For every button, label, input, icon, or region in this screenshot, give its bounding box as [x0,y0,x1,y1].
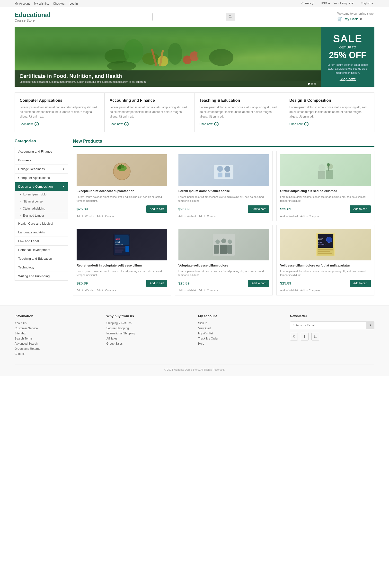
sidebar-menu: Accounting and Finance Business College … [15,147,68,281]
sidebar-item-design[interactable]: Design and Composition ▾ [15,182,68,191]
my-account-link[interactable]: My Account [15,2,30,5]
footer-my-wishlist-link[interactable]: My Wishlist [198,332,283,335]
sidebar-item-language[interactable]: Language and Arts [15,228,68,237]
footer-customer-service-link[interactable]: Customer Service [15,327,99,330]
cat-card-computer-link[interactable]: Shop now! › [20,122,99,126]
footer-orders-returns-link[interactable]: Orders and Returns [15,347,99,350]
footer: Information About Us Customer Service Si… [0,305,389,376]
language-select[interactable]: English [360,1,374,5]
chevron-down-icon-active: ▾ [63,185,65,188]
my-wishlist-link[interactable]: My Wishlist [34,2,49,5]
login-link[interactable]: Log In [69,2,78,5]
product-actions-2: Add to Wishlist Add to Compare [178,215,269,218]
footer-view-cart-link[interactable]: View Cart [198,327,283,330]
search-bar [152,13,235,21]
wishlist-link-5[interactable]: Add to Wishlist [178,289,196,292]
svg-point-13 [107,61,136,71]
checkout-link[interactable]: Checkout [53,2,65,5]
sidebar-item-computer[interactable]: Computer Applications [15,174,68,182]
sidebar-sub-item-1[interactable]: Lorem ipsum dolor [15,191,68,198]
sidebar-sub-item-2[interactable]: Sit amet conse [15,198,68,205]
footer-newsletter-title: Newsletter [290,314,375,318]
footer-contact-link[interactable]: Contact [15,352,99,356]
banner-dot-3[interactable] [314,83,316,85]
wishlist-link-3[interactable]: Add to Wishlist [280,215,298,218]
add-to-cart-button-2[interactable]: Add to cart [248,205,269,213]
compare-link-3[interactable]: Add to Compare [300,215,320,218]
cat-card-accounting-link[interactable]: Shop now! › [110,122,189,126]
category-cards: Computer Applications Lorem ipsum dolor … [15,92,374,132]
footer-advanced-search-link[interactable]: Advanced Search [15,342,99,345]
product-card-6: ESET SMART SECURITY Velit esse cillum do… [276,225,374,295]
search-input[interactable] [153,13,226,21]
svg-point-30 [327,163,330,167]
sidebar-sub-item-4[interactable]: Eiusmod tempor [15,212,68,219]
sidebar-item-health[interactable]: Health Care and Medical [15,219,68,228]
footer-group-sales-link[interactable]: Group Sales [106,342,191,345]
footer-secure-shopping-link[interactable]: Secure Shopping [106,327,191,330]
sidebar-item-technology[interactable]: Technology [15,263,68,272]
sidebar-item-business[interactable]: Business [15,156,68,165]
sidebar-item-law[interactable]: Law and Legal [15,237,68,246]
footer-my-account: My account Sign In View Cart My Wishlist… [198,314,283,357]
svg-rect-47 [227,245,232,254]
footer-bottom: © 2014 Magento Demo Store. All Rights Re… [15,365,374,371]
footer-help-link[interactable]: Help [198,342,283,345]
cat-card-teaching-link[interactable]: Shop now! › [200,122,279,126]
footer-signin-link[interactable]: Sign In [198,322,283,325]
currency-select[interactable]: USD [320,1,331,5]
logo[interactable]: Educational Course Store [15,11,50,22]
footer-shipping-link[interactable]: Shipping & Returns [106,322,191,325]
sidebar-item-teaching[interactable]: Teaching and Education [15,254,68,263]
sidebar-item-college[interactable]: College Readiness ▾ [15,165,68,174]
add-to-cart-button-5[interactable]: Add to cart [248,280,269,287]
facebook-icon[interactable]: f [301,333,309,340]
add-to-cart-button-4[interactable]: Add to cart [146,280,167,287]
banner-subtitle: Excepteur sint occaecat cupidatat non pr… [19,80,316,83]
cat-card-accounting-desc: Lorem ipsum dolor sit amet conse ctetur … [110,105,189,119]
newsletter-submit-button[interactable] [366,322,374,329]
arrow-circle-icon-4: › [304,122,309,126]
cart-info[interactable]: 🛒 My Cart: 0 [337,16,374,22]
svg-text:2014: 2014 [116,241,120,243]
wishlist-link-6[interactable]: Add to Wishlist [280,289,298,292]
footer-search-terms-link[interactable]: Search Terms [15,337,99,340]
wishlist-link-2[interactable]: Add to Wishlist [178,215,196,218]
sidebar-item-accounting[interactable]: Accounting and Finance [15,147,68,156]
compare-link-5[interactable]: Add to Compare [198,289,218,292]
newsletter-input-container [290,322,375,329]
sale-desc: Lorem ipsum dolor sit amet conse ctetur … [326,63,370,75]
wishlist-link-1[interactable]: Add to Wishlist [77,215,94,218]
product-title-2: Lorem ipsum dolor sit amet conse [178,189,269,193]
compare-link-1[interactable]: Add to Compare [97,215,116,218]
footer-about-link[interactable]: About Us [15,322,99,325]
footer-international-shipping-link[interactable]: International Shipping [106,332,191,335]
sidebar-item-personal[interactable]: Personal Development [15,246,68,254]
compare-link-2[interactable]: Add to Compare [198,215,218,218]
compare-link-6[interactable]: Add to Compare [300,289,320,292]
footer-track-order-link[interactable]: Track My Order [198,337,283,340]
sidebar-item-writing[interactable]: Writing and Publishing [15,272,68,281]
sidebar-title: Categories [15,139,68,144]
footer-sitemap-link[interactable]: Site Map [15,332,99,335]
add-to-cart-button-3[interactable]: Add to cart [350,205,371,213]
wishlist-link-4[interactable]: Add to Wishlist [77,289,94,292]
compare-link-4[interactable]: Add to Compare [97,289,116,292]
search-button[interactable] [226,13,235,21]
sale-shop-now-link[interactable]: Shop now! [340,77,356,81]
cat-card-design-link[interactable]: Shop now! › [289,122,369,126]
sidebar-sub-item-3[interactable]: Ctetur adipisicing [15,205,68,212]
banner-dot-2[interactable] [311,83,313,85]
cart-label: My Cart: [345,17,358,21]
svg-rect-45 [214,245,219,254]
logo-subtitle: Course Store [15,18,50,22]
search-icon [228,15,232,18]
product-footer-2: $25.89 Add to cart [178,205,269,213]
banner-dot-1[interactable] [308,83,310,85]
footer-affiliates-link[interactable]: Affiliates [106,337,191,340]
add-to-cart-button-6[interactable]: Add to cart [350,280,371,287]
newsletter-email-input[interactable] [290,322,367,329]
add-to-cart-button-1[interactable]: Add to cart [146,205,167,213]
twitter-icon[interactable]: 𝕏 [290,333,298,340]
rss-icon[interactable] [311,333,319,340]
